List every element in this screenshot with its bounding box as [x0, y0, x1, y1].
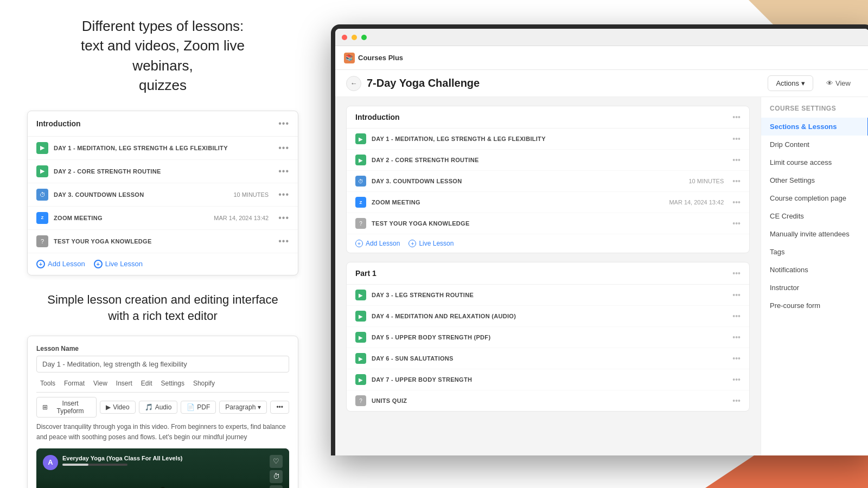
- plus-circle-icon: +: [94, 260, 103, 268]
- lesson-name: DAY 3 - LEG STRENGTH ROUTINE: [372, 292, 727, 298]
- lesson-menu-button[interactable]: •••: [732, 333, 741, 342]
- pdf-button[interactable]: 📄 PDF: [181, 401, 216, 414]
- section-header: Introduction •••: [347, 106, 749, 129]
- lesson-menu-button[interactable]: •••: [732, 156, 741, 164]
- course-card: Introduction ••• ▶ DAY 1 - MEDITATION, L…: [27, 111, 298, 275]
- editor-toolbar: Tools Format View Insert Edit Settings S…: [36, 378, 289, 393]
- list-item: ⏱ DAY 3. COUNTDOWN LESSON 10 MINUTES •••: [347, 171, 749, 192]
- lesson-menu-button[interactable]: •••: [732, 312, 741, 320]
- sidebar-item-label: Sections & Lessons: [770, 123, 837, 131]
- back-button[interactable]: ←: [346, 76, 361, 91]
- lesson-menu-button[interactable]: •••: [732, 198, 741, 207]
- toolbar-edit[interactable]: Edit: [137, 378, 156, 389]
- lesson-menu-button[interactable]: •••: [732, 134, 741, 143]
- lesson-icon-countdown: ⏱: [355, 176, 366, 187]
- lesson-menu-button[interactable]: •••: [278, 213, 289, 223]
- lesson-menu-button[interactable]: •••: [278, 190, 289, 200]
- toolbar-shopify[interactable]: Shopify: [189, 378, 219, 389]
- toolbar-insert[interactable]: Insert: [112, 378, 136, 389]
- lesson-menu-button[interactable]: •••: [732, 291, 741, 299]
- sidebar-heading: Course settings: [761, 105, 868, 118]
- list-item: ▶ DAY 2 - CORE STRENGTH ROUTINE •••: [347, 150, 749, 171]
- sidebar-item-drip-content[interactable]: Drip Content: [761, 136, 868, 153]
- section-menu-button[interactable]: •••: [732, 113, 741, 121]
- sidebar-item-limit-access[interactable]: Limit course access: [761, 153, 868, 171]
- lesson-menu-button[interactable]: •••: [278, 236, 289, 246]
- sidebar-item-label: Tags: [770, 248, 784, 256]
- lesson-menu-button[interactable]: •••: [732, 219, 741, 228]
- video-info: Everyday Yoga (Yoga Class For All Levels…: [62, 455, 265, 466]
- lesson-menu-button[interactable]: •••: [732, 177, 741, 185]
- live-lesson-button[interactable]: + Live Lesson: [94, 260, 143, 268]
- actions-button[interactable]: Actions ▾: [768, 75, 813, 91]
- lesson-name: DAY 2 - CORE STRENGTH ROUTINE: [372, 157, 727, 163]
- add-lesson-button[interactable]: + Add Lesson: [355, 240, 400, 247]
- card-footer: + Add Lesson + Live Lesson: [28, 253, 298, 275]
- chrome-close-dot[interactable]: [342, 35, 347, 40]
- lesson-name-input[interactable]: [36, 356, 289, 373]
- view-label: View: [835, 79, 851, 87]
- heart-icon[interactable]: ♡: [270, 455, 283, 468]
- sidebar-item-pre-course-form[interactable]: Pre-course form: [761, 297, 868, 314]
- plus-circle-icon: +: [355, 240, 363, 247]
- list-item: Z ZOOM MEETING MAR 14, 2024 13:42 •••: [28, 207, 298, 230]
- toolbar-format[interactable]: Format: [60, 378, 88, 389]
- sidebar-item-tags[interactable]: Tags: [761, 243, 868, 261]
- sidebar-item-ce-credits[interactable]: CE Credits: [761, 207, 868, 225]
- sidebar-item-completion-page[interactable]: Course completion page: [761, 189, 868, 207]
- lesson-date: MAR 14, 2024 13:42: [669, 199, 724, 206]
- share-icon[interactable]: ↗: [270, 485, 283, 488]
- sidebar-item-notifications[interactable]: Notifications: [761, 261, 868, 279]
- sidebar-item-label: Pre-course form: [770, 301, 820, 310]
- lesson-icon-quiz: ?: [36, 235, 48, 247]
- lesson-icon-quiz: ?: [355, 395, 366, 406]
- section-menu-button[interactable]: •••: [278, 119, 289, 129]
- video-progress-bar: [62, 464, 127, 466]
- toolbar-tools[interactable]: Tools: [36, 378, 59, 389]
- chrome-maximize-dot[interactable]: [361, 35, 367, 40]
- lesson-icon-video: ▶: [36, 165, 48, 177]
- card-section-header: Introduction •••: [28, 111, 298, 137]
- list-item: ▶ DAY 2 - CORE STRENGTH ROUTINE •••: [28, 160, 298, 183]
- lesson-name: DAY 4 - MEDITATION AND RELAXATION (AUDIO…: [372, 313, 727, 319]
- section-menu-button[interactable]: •••: [732, 269, 741, 278]
- lesson-name: DAY 3. COUNTDOWN LESSON: [54, 191, 228, 198]
- page-title: 7-Day Yoga Challenge: [367, 77, 480, 89]
- lesson-menu-button[interactable]: •••: [278, 143, 289, 153]
- toolbar-settings[interactable]: Settings: [157, 378, 188, 389]
- chevron-down-icon: ▾: [801, 79, 805, 87]
- lesson-name: TEST YOUR YOGA KNOWLEDGE: [54, 238, 273, 245]
- video-progress-fill: [62, 464, 88, 466]
- sidebar-item-instructor[interactable]: Instructor: [761, 279, 868, 297]
- add-lesson-button[interactable]: + Add Lesson: [36, 260, 85, 268]
- avatar: A: [43, 455, 58, 470]
- toolbar-view[interactable]: View: [90, 378, 111, 389]
- lesson-menu-button[interactable]: •••: [732, 354, 741, 363]
- view-button[interactable]: 👁 View: [819, 76, 858, 91]
- pdf-icon: 📄: [187, 403, 195, 411]
- clock-icon[interactable]: ⏱: [270, 470, 283, 483]
- more-options-button[interactable]: •••: [270, 401, 289, 414]
- sidebar-item-label: Drip Content: [770, 140, 809, 149]
- sidebar-item-manually-invite[interactable]: Manually invite attendees: [761, 225, 868, 243]
- sidebar-item-sections-lessons[interactable]: Sections & Lessons: [761, 118, 868, 136]
- audio-button[interactable]: 🎵 Audio: [139, 401, 178, 414]
- eye-icon: 👁: [826, 79, 833, 87]
- lesson-menu-button[interactable]: •••: [278, 166, 289, 176]
- insert-typeform-button[interactable]: ⊞ Insert Typeform: [36, 397, 97, 418]
- section-introduction: Introduction ••• ▶ DAY 1 - MEDITATION, L…: [346, 106, 750, 253]
- editor-content: Discover tranquility through yoga in thi…: [36, 422, 289, 442]
- video-button[interactable]: ▶ Video: [100, 401, 135, 414]
- lesson-menu-button[interactable]: •••: [732, 375, 741, 384]
- chrome-minimize-dot[interactable]: [352, 35, 357, 40]
- live-lesson-button[interactable]: + Live Lesson: [409, 240, 454, 247]
- sidebar-item-label: Limit course access: [770, 158, 832, 166]
- sidebar-item-other-settings[interactable]: Other Settings: [761, 171, 868, 189]
- list-item: ▶ DAY 4 - MEDITATION AND RELAXATION (AUD…: [347, 306, 749, 327]
- sidebar-item-label: Notifications: [770, 266, 808, 274]
- paragraph-select[interactable]: Paragraph ▾: [219, 401, 267, 414]
- app-chrome: [335, 29, 868, 46]
- video-actions: ♡ ⏱ ↗: [270, 455, 283, 488]
- list-item: ⏱ DAY 3. COUNTDOWN LESSON 10 MINUTES •••: [28, 183, 298, 207]
- lesson-menu-button[interactable]: •••: [732, 396, 741, 405]
